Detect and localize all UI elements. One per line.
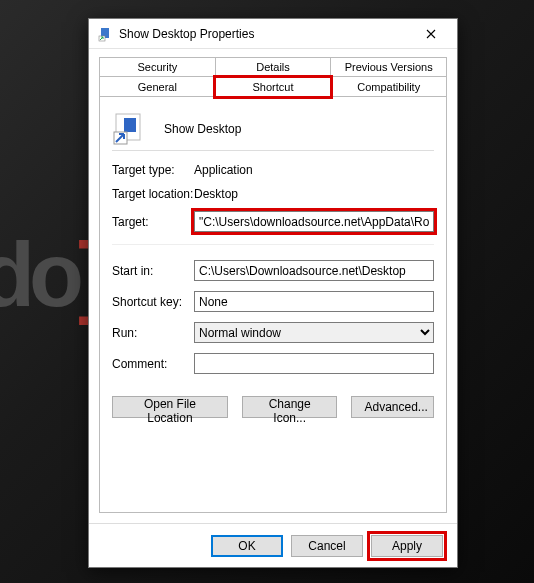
tabs: Security Details Previous Versions Gener… — [99, 57, 447, 97]
tab-panel-shortcut: Show Desktop Target type: Application Ta… — [99, 97, 447, 513]
start-in-label: Start in: — [112, 264, 194, 278]
apply-button[interactable]: Apply — [371, 535, 443, 557]
svg-rect-4 — [124, 118, 136, 132]
panel-buttons: Open File Location Change Icon... Advanc… — [112, 388, 434, 418]
shortcut-large-icon — [112, 112, 146, 146]
target-type-label: Target type: — [112, 163, 194, 177]
tab-label: Details — [256, 61, 290, 73]
tab-shortcut[interactable]: Shortcut — [215, 77, 332, 97]
shortcut-name: Show Desktop — [164, 122, 241, 136]
tab-details[interactable]: Details — [215, 57, 332, 77]
tab-general[interactable]: General — [99, 77, 216, 97]
tab-label: Shortcut — [253, 81, 294, 93]
target-input[interactable] — [194, 211, 434, 232]
dialog-body: Security Details Previous Versions Gener… — [89, 49, 457, 523]
target-location-label: Target location: — [112, 187, 194, 201]
window-title: Show Desktop Properties — [119, 27, 411, 41]
target-location-value: Desktop — [194, 187, 434, 201]
titlebar[interactable]: Show Desktop Properties — [89, 19, 457, 49]
change-icon-button[interactable]: Change Icon... — [242, 396, 338, 418]
shortcut-key-label: Shortcut key: — [112, 295, 194, 309]
dialog-footer: OK Cancel Apply — [89, 523, 457, 567]
target-type-value: Application — [194, 163, 434, 177]
tab-label: Compatibility — [357, 81, 420, 93]
start-in-input[interactable] — [194, 260, 434, 281]
comment-input[interactable] — [194, 353, 434, 374]
run-select[interactable]: Normal window — [194, 322, 434, 343]
target-label: Target: — [112, 215, 194, 229]
form-grid: Target type: Application Target location… — [112, 163, 434, 374]
ok-button[interactable]: OK — [211, 535, 283, 557]
run-label: Run: — [112, 326, 194, 340]
properties-dialog: Show Desktop Properties Security Details… — [88, 18, 458, 568]
tab-previous-versions[interactable]: Previous Versions — [330, 57, 447, 77]
header-row: Show Desktop — [112, 107, 434, 151]
shortcut-file-icon — [97, 26, 113, 42]
open-file-location-button[interactable]: Open File Location — [112, 396, 228, 418]
tab-label: Previous Versions — [345, 61, 433, 73]
shortcut-key-input[interactable] — [194, 291, 434, 312]
tab-label: Security — [137, 61, 177, 73]
comment-label: Comment: — [112, 357, 194, 371]
tab-security[interactable]: Security — [99, 57, 216, 77]
close-icon — [426, 29, 436, 39]
close-button[interactable] — [411, 20, 451, 48]
advanced-button[interactable]: Advanced... — [351, 396, 434, 418]
cancel-button[interactable]: Cancel — [291, 535, 363, 557]
tab-compatibility[interactable]: Compatibility — [330, 77, 447, 97]
tab-label: General — [138, 81, 177, 93]
